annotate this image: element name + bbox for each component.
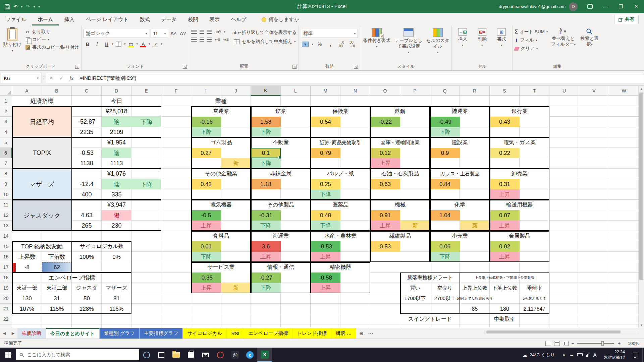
ribbon-tab-0[interactable]: ファイル bbox=[0, 14, 32, 25]
sector-status[interactable]: 下降 bbox=[311, 221, 340, 231]
file-explorer-button[interactable] bbox=[169, 348, 183, 362]
label-sector[interactable]: 業種 bbox=[191, 96, 251, 106]
column-header-L[interactable]: L bbox=[281, 86, 311, 96]
indicator-count-up[interactable]: 265 bbox=[72, 221, 102, 231]
row-header-3[interactable]: 3 bbox=[0, 117, 12, 127]
column-header-E[interactable]: E bbox=[131, 86, 161, 96]
column-header-M[interactable]: M bbox=[311, 86, 340, 96]
battery-icon[interactable] bbox=[577, 353, 583, 356]
sector-name[interactable]: 機械 bbox=[370, 200, 430, 210]
indicator-trend[interactable]: 下降 bbox=[131, 179, 161, 189]
sector-name[interactable]: ガラス・土石製品 bbox=[430, 169, 490, 179]
start-button[interactable] bbox=[0, 348, 16, 362]
column-header-N[interactable]: N bbox=[340, 86, 370, 96]
indicator-candle[interactable]: 陰 bbox=[102, 148, 131, 158]
sector-value[interactable]: -0.58 bbox=[311, 273, 340, 283]
sector-status[interactable]: 下降 bbox=[430, 252, 460, 262]
sector-value[interactable]: 0.12 bbox=[370, 148, 400, 158]
font-color-button[interactable]: A bbox=[139, 40, 147, 48]
sheet-nav-right-icon[interactable]: ▶ bbox=[9, 328, 17, 339]
align-top-icon[interactable] bbox=[191, 30, 197, 34]
indicator-price[interactable]: ¥28,018 bbox=[72, 106, 161, 117]
accounting-format-icon[interactable]: ¥ bbox=[301, 41, 310, 48]
row-header-22[interactable]: 22 bbox=[0, 314, 12, 324]
sector-name[interactable]: 証券･商品先物取引 bbox=[311, 137, 370, 148]
row-header-21[interactable]: 21 bbox=[0, 304, 12, 314]
row-header-12[interactable]: 12 bbox=[0, 210, 12, 221]
sector-status[interactable]: 下降 bbox=[251, 221, 281, 231]
page-break-view-icon[interactable] bbox=[563, 341, 569, 346]
paste-button[interactable]: 貼り付け▾ bbox=[2, 27, 23, 63]
find-select-button[interactable]: 検索と選択▾ bbox=[579, 27, 600, 63]
indicator-name[interactable]: マザーズ bbox=[12, 169, 72, 200]
sector-value[interactable]: -0.5 bbox=[191, 210, 221, 221]
zoom-in-icon[interactable]: ＋ bbox=[617, 340, 622, 346]
sector-status[interactable]: 下降 bbox=[311, 189, 340, 200]
sector-status[interactable]: 上昇 bbox=[191, 283, 221, 293]
ribbon-tab-3[interactable]: ページ レイアウト bbox=[80, 14, 134, 25]
alert-value[interactable]: 2.117647 bbox=[520, 304, 549, 314]
sheet-tab-7[interactable]: トレンド指標 bbox=[292, 328, 331, 339]
sheet-tab-8[interactable]: 騰落 … bbox=[331, 328, 357, 339]
indicator-count-down[interactable]: 2109 bbox=[102, 127, 131, 137]
column-header-C[interactable]: C bbox=[72, 86, 102, 96]
column-header-V[interactable]: V bbox=[579, 86, 609, 96]
row-header-13[interactable]: 13 bbox=[0, 221, 12, 231]
dialog-launcher-icon[interactable]: ↘ bbox=[75, 65, 79, 69]
sector-status[interactable]: 下降 bbox=[191, 127, 221, 137]
align-bottom-icon[interactable] bbox=[207, 30, 212, 34]
ribbon-tab-2[interactable]: 挿入 bbox=[59, 14, 80, 25]
font-size-combobox[interactable]: 11▾ bbox=[151, 29, 168, 38]
sector-status[interactable]: 下降 bbox=[430, 127, 460, 137]
sector-status[interactable]: 上昇 bbox=[490, 221, 520, 231]
store-button[interactable] bbox=[183, 348, 198, 362]
top-change-title[interactable]: TOP 銘柄数変動 bbox=[12, 241, 72, 252]
column-header-R[interactable]: R bbox=[460, 86, 490, 96]
ribbon-tab-1[interactable]: ホーム bbox=[32, 14, 59, 25]
name-box[interactable]: K6▾ bbox=[1, 73, 42, 84]
phonetic-guide-button[interactable]: ァ bbox=[151, 40, 159, 48]
sector-value[interactable]: 0.22 bbox=[490, 148, 520, 158]
tell-me-box[interactable]: 何をしますか bbox=[262, 16, 300, 25]
formula-input[interactable]: =INDIRECT("業種別!C9") bbox=[76, 73, 644, 84]
font-name-combobox[interactable]: 游ゴシック▾ bbox=[84, 29, 149, 38]
sector-value[interactable]: 1.58 bbox=[251, 117, 281, 127]
more-sheets-icon[interactable]: ⋯ bbox=[366, 328, 375, 339]
sort-filter-button[interactable]: AZ▼ 並べ替えとフィルター▾ bbox=[550, 27, 577, 63]
sheet-tab-1[interactable]: 今日のまとめサイト bbox=[46, 328, 100, 339]
sector-value[interactable]: 0.31 bbox=[490, 179, 520, 189]
comma-style-icon[interactable]: , bbox=[326, 41, 335, 48]
envelope-count[interactable]: 31 bbox=[42, 293, 72, 304]
column-header-U[interactable]: U bbox=[549, 86, 579, 96]
insert-function-button[interactable]: fx bbox=[66, 73, 76, 84]
fill-button[interactable]: ⬇フィル▾ bbox=[515, 37, 548, 43]
undo-icon[interactable]: ↶ bbox=[13, 4, 18, 10]
sector-value[interactable]: -0.22 bbox=[370, 117, 400, 127]
vertical-scrollbar[interactable]: ▲ ▼ bbox=[638, 86, 644, 328]
indicator-count-down[interactable]: 335 bbox=[102, 189, 131, 200]
column-header-F[interactable]: F bbox=[161, 86, 191, 96]
copy-button[interactable]: コピー▾ bbox=[25, 37, 79, 43]
wrap-text-button[interactable]: ab↩折り返して全体を表示する bbox=[234, 29, 297, 36]
row-header-16[interactable]: 16 bbox=[0, 252, 12, 262]
sector-value[interactable]: 0.25 bbox=[311, 179, 340, 189]
indicator-name[interactable]: 日経平均 bbox=[12, 106, 72, 137]
sector-name[interactable]: 繊維製品 bbox=[370, 231, 430, 241]
sector-status[interactable]: 上昇 bbox=[370, 158, 400, 169]
sector-status[interactable]: 上昇 bbox=[490, 189, 520, 200]
top-down-value[interactable]: 62 bbox=[42, 262, 72, 273]
horizontal-scrollbar[interactable] bbox=[484, 330, 638, 334]
row-header-5[interactable]: 5 bbox=[0, 137, 12, 148]
row-header-19[interactable]: 19 bbox=[0, 283, 12, 293]
top-up-value[interactable]: -8 bbox=[12, 262, 42, 273]
sector-value[interactable]: 0.53 bbox=[370, 241, 400, 252]
sheet-tab-0[interactable]: 株価診断 bbox=[17, 328, 46, 339]
psychological-value-1[interactable]: 100% bbox=[72, 252, 102, 262]
orientation-icon[interactable]: ab˅ bbox=[214, 29, 221, 34]
zoom-slider[interactable] bbox=[577, 343, 614, 344]
row-header-18[interactable]: 18 bbox=[0, 273, 12, 283]
sheet-tab-5[interactable]: RSI bbox=[227, 328, 244, 339]
avatar[interactable]: D bbox=[569, 2, 578, 11]
alert-condition[interactable]: 50付近で反転兆候あり bbox=[460, 293, 490, 304]
sector-status[interactable]: 下降 bbox=[251, 158, 281, 169]
